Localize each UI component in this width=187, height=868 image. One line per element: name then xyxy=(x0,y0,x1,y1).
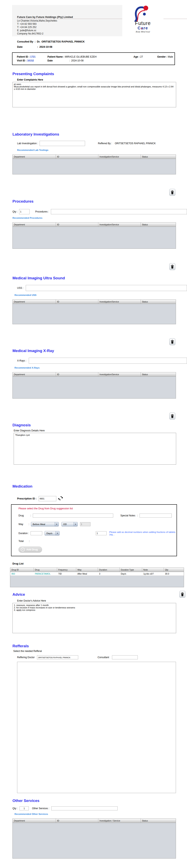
procedures-table-header: Department ID Investigation/Service Stat… xyxy=(13,222,176,227)
section-title-advice: Advice xyxy=(12,592,25,597)
xray-input[interactable] xyxy=(29,358,187,364)
recommended-xrays-link[interactable]: Recommended X-Rays xyxy=(14,367,40,369)
company-address: Le Chainter,Victoria,Mahe,Seychelles xyxy=(17,19,122,22)
frequency-selected-value: OD xyxy=(63,523,67,525)
referrals-subtitle: Select the needed Refferal xyxy=(13,650,187,652)
procedures-table-body xyxy=(13,227,176,249)
logo-care-wordmark: Care ♥ xyxy=(138,26,148,30)
column-header-investigation-service: Investigation/Service xyxy=(98,372,141,376)
page-header: Future Care by Future Holdings (Pty) Lim… xyxy=(12,5,175,36)
visit-date-pair: Date: 2024-10-08 xyxy=(47,59,134,62)
column-header-status: Status xyxy=(141,819,176,823)
column-header-id: ID xyxy=(56,819,98,823)
drug-list-table: Drug ID Drug Fequency Way Duration Durat… xyxy=(10,567,184,587)
other-services-qty-label: Qty : xyxy=(12,807,17,810)
column-header-department: Department xyxy=(13,300,56,304)
medication-qty-input[interactable] xyxy=(96,531,107,535)
medication-entry-panel: Please select the Drug from Drug suggess… xyxy=(11,504,177,556)
section-title-ultrasound: Medical Imaging Ultra Sound xyxy=(12,276,187,281)
procedures-input[interactable] xyxy=(51,209,187,214)
refresh-prescription-button[interactable] xyxy=(58,496,63,501)
drug-list-table-header: Drug ID Drug Fequency Way Duration Durat… xyxy=(10,568,184,572)
recommended-procedures-link[interactable]: Recommended Procedures xyxy=(12,217,42,219)
fraction-note: Please add as decimal numbers when addin… xyxy=(109,531,177,536)
other-services-table-header: Department ID Investigation / Service St… xyxy=(13,819,176,823)
column-header-department: Department xyxy=(13,819,56,823)
total-label: Total : xyxy=(18,540,30,542)
procedures-qty-input[interactable] xyxy=(19,209,30,214)
section-title-procedures: Procedures xyxy=(12,199,187,204)
uss-table-body xyxy=(13,304,176,324)
chevron-down-icon: ▼ xyxy=(55,522,59,526)
trash-icon xyxy=(171,340,174,344)
section-title-xray: Medical Imaging X-Ray xyxy=(12,348,187,353)
special-notes-input[interactable] xyxy=(140,514,172,518)
recommended-uss-link[interactable]: Recommended USS xyxy=(14,294,36,296)
delete-xrays-button[interactable] xyxy=(169,413,175,420)
company-title: Future Care by Future Holdings (Pty) Lim… xyxy=(17,16,122,19)
uss-input[interactable] xyxy=(26,285,187,291)
drug-name-cell[interactable]: PARACETAMOL xyxy=(34,572,57,576)
drug-frequency-cell: TID xyxy=(57,572,76,576)
company-info: Future Care by Future Holdings (Pty) Lim… xyxy=(12,5,122,36)
lab-investigation-input[interactable] xyxy=(40,141,85,146)
lab-table-header: Department ID Investigation/Service Stat… xyxy=(13,155,176,159)
delete-lab-testings-button[interactable] xyxy=(169,189,175,196)
referring-doctor-input[interactable] xyxy=(37,655,78,659)
duration-input[interactable] xyxy=(31,531,42,535)
duration-type-select[interactable]: Day/s ▼ xyxy=(45,531,60,535)
drug-table-row[interactable]: 850 PARACETAMOL TID After Meal 3 Day/s 1… xyxy=(10,572,184,576)
column-header-status: Status xyxy=(141,155,176,159)
visit-date-value: : 2024-10-08 xyxy=(69,59,83,62)
delete-procedures-button[interactable] xyxy=(169,263,175,270)
column-header-id: ID xyxy=(56,222,98,226)
column-header-drug-id: Drug ID xyxy=(10,568,34,572)
add-drug-button[interactable]: + Add Drug xyxy=(18,547,42,553)
diagnosis-textarea[interactable]: ?Ganglion cyst xyxy=(14,433,176,465)
drug-id-cell[interactable]: 850 xyxy=(10,572,34,576)
procedures-table: Department ID Investigation/Service Stat… xyxy=(12,222,176,249)
drug-suggestion-warning: Please select the Drug from Drug suggess… xyxy=(18,507,177,510)
other-services-table: Department ID Investigation / Service St… xyxy=(12,818,176,859)
delete-uss-button[interactable] xyxy=(169,338,175,345)
drug-way-cell: After Meal xyxy=(76,572,98,576)
delete-drug-list-button[interactable] xyxy=(179,591,185,598)
lab-investigation-label: Lab Investingation : xyxy=(17,142,38,145)
trash-icon xyxy=(171,190,174,194)
way-select[interactable]: Before Meal ▼ xyxy=(31,522,59,526)
frequency-select[interactable]: OD ▼ xyxy=(62,522,78,526)
gender-label: Gender : xyxy=(157,55,167,58)
complaints-textarea[interactable]: pt seen Musculoskeletal uss report in le… xyxy=(12,82,176,107)
consultant-input[interactable] xyxy=(112,655,138,659)
age-value: 27 xyxy=(140,55,143,58)
section-title-referrals: Refferals xyxy=(12,644,187,649)
section-title-laboratory-investigations: Laboratory Investigations xyxy=(12,132,187,137)
uss-label: USS : xyxy=(17,286,23,289)
lab-testings-table: Department ID Investigation/Service Stat… xyxy=(12,154,176,175)
other-services-input[interactable] xyxy=(51,806,118,810)
drug-input[interactable] xyxy=(33,514,113,518)
drug-label: Drug : xyxy=(18,514,31,517)
prescription-id-input[interactable] xyxy=(39,496,56,501)
column-header-note: Note xyxy=(142,568,164,572)
other-services-label: Other Services : xyxy=(32,807,49,810)
referral-list-box[interactable] xyxy=(17,662,176,793)
patient-id-label: Patient ID : xyxy=(17,55,30,58)
section-title-other-services: Other Services xyxy=(12,798,187,803)
section-title-presenting-complaints: Presenting Complaints xyxy=(12,71,187,76)
trash-icon xyxy=(181,592,184,596)
column-header-status: Status xyxy=(141,222,176,226)
chevron-down-icon: ▼ xyxy=(55,531,59,535)
advice-textarea[interactable]: 1. reassure, reassess after 1 month 2. f… xyxy=(12,603,176,633)
date-value: : 2024-10-08 xyxy=(37,45,52,48)
column-header-drug: Drug xyxy=(34,568,57,572)
visit-id-pair: Visit ID : 16152 xyxy=(17,59,47,62)
chevron-down-icon: ▼ xyxy=(74,522,77,526)
recommended-lab-testings-link[interactable]: Recommended Lab Testings xyxy=(17,149,48,151)
xray-table-header: Department ID Investigation/Service Stat… xyxy=(13,372,176,377)
column-header-investigation-service: Investigation / Service xyxy=(98,819,141,823)
consulted-by-value: ORITSETSETOS RAPHAEL PINNICK xyxy=(41,40,85,43)
recommended-other-services-link[interactable]: Recommended Other Services xyxy=(14,813,48,815)
plus-icon: + xyxy=(21,548,25,552)
other-services-qty-input[interactable] xyxy=(20,806,29,810)
